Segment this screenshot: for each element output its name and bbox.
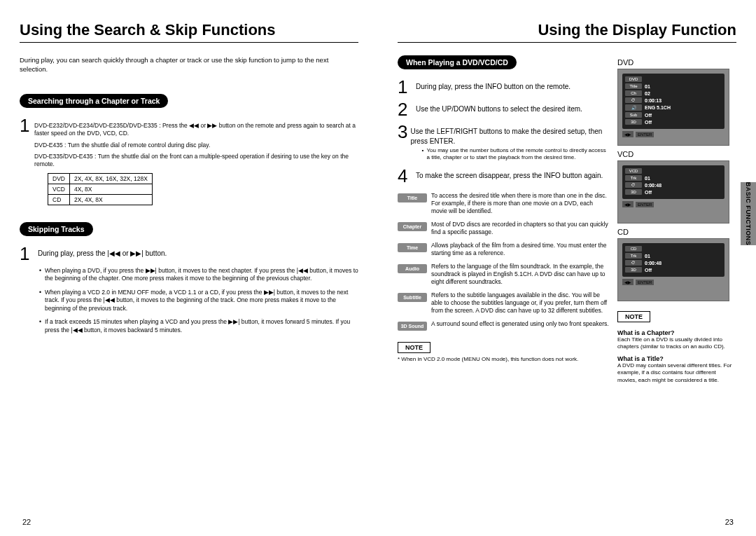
page-number: 23 <box>725 518 734 526</box>
osd-cd: CD Trk01 ⏱0:00:48 3DOff ◀▶ENTER <box>617 238 729 301</box>
disc-label-vcd: VCD <box>617 150 736 158</box>
q-chapter-heading: What is a Chapter? <box>617 329 736 336</box>
subtitle-icon: Subtitle <box>398 293 427 302</box>
time-icon: Time <box>398 243 427 252</box>
step-1-skip: 1 During play, press the |◀◀ or ▶▶| butt… <box>20 245 358 263</box>
audio-icon: Audio <box>398 264 427 273</box>
info-audio: Audio Refers to the language of the film… <box>398 263 610 286</box>
step-1-search: 1 DVD-E232/DVD-E234/DVD-E235D/DVD-E335 :… <box>20 116 358 169</box>
list-item: When playing a VCD 2.0 in MENU OFF mode,… <box>39 289 358 312</box>
sound-icon: 3D Sound <box>398 322 427 331</box>
display-step-1: 1 During play, press the INFO button on … <box>398 78 610 96</box>
info-3dsound: 3D Sound A surround sound effect is gene… <box>398 320 610 331</box>
skip-bullets: When playing a DVD, if you press the ▶▶|… <box>39 267 358 334</box>
manual-spread: Using the Search & Skip Functions During… <box>0 0 756 536</box>
info-time: Time Allows playback of the film from a … <box>398 242 610 257</box>
page-title-left: Using the Search & Skip Functions <box>20 21 358 43</box>
page-23: Using the Display Function When Playing … <box>378 0 756 536</box>
osd-dvd: DVD Title01 Ch02 ⏱0:00:13 🔊ENG 5.1CH Sub… <box>617 69 729 146</box>
title-icon: Title <box>398 193 427 202</box>
list-item: When playing a DVD, if you press the ▶▶|… <box>39 267 358 283</box>
heading-display: When Playing a DVD/VCD/CD <box>398 55 517 69</box>
step-text: DVD-E232/DVD-E234/DVD-E235D/DVD-E335 : P… <box>34 116 358 169</box>
step-text: During play, press the |◀◀ or ▶▶| button… <box>38 245 167 259</box>
info-chapter: Chapter Most of DVD discs are recorded i… <box>398 221 610 236</box>
step-number: 1 <box>20 116 31 135</box>
speed-table: DVD2X, 4X, 8X, 16X, 32X, 128X VCD4X, 8X … <box>48 173 153 205</box>
note-text: * When in VCD 2.0 mode (MENU ON mode), t… <box>398 356 610 363</box>
right-side-col: DVD DVD Title01 Ch02 ⏱0:00:13 🔊ENG 5.1CH… <box>617 55 736 387</box>
note-heading: NOTE <box>398 342 430 353</box>
step-number: 1 <box>20 245 35 263</box>
display-step-2: 2 Use the UP/DOWN buttons to select the … <box>398 100 610 118</box>
q-chapter-text: Each Title on a DVD is usually divided i… <box>617 336 736 351</box>
heading-skip: Skipping Tracks <box>20 222 93 236</box>
page-22: Using the Search & Skip Functions During… <box>0 0 378 536</box>
info-items: Title To access the desired title when t… <box>398 192 610 331</box>
display-step-4: 4 To make the screen disappear, press th… <box>398 167 610 185</box>
intro-text: During play, you can search quickly thro… <box>20 55 358 74</box>
page-title-right: Using the Display Function <box>398 21 736 43</box>
osd-vcd: VCD Trk01 ⏱0:00:48 3DOff ◀▶ENTER <box>617 160 729 224</box>
disc-label-dvd: DVD <box>617 58 736 67</box>
heading-search: Searching through a Chapter or Track <box>20 94 168 108</box>
info-subtitle: Subtitle Refers to the subtitle language… <box>398 291 610 315</box>
side-note-heading: NOTE <box>617 311 650 322</box>
q-title-text: A DVD may contain several different titl… <box>617 362 736 384</box>
display-step-3: 3 Use the LEFT/RIGHT buttons to make the… <box>398 123 610 163</box>
list-item: If a track exceeds 15 minutes when playi… <box>39 318 358 334</box>
q-title-heading: What is a Title? <box>617 355 736 362</box>
right-columns: When Playing a DVD/VCD/CD 1 During play,… <box>398 55 736 387</box>
page-number: 22 <box>22 518 31 526</box>
section-tab: BASIC FUNCTIONS <box>741 182 756 245</box>
disc-label-cd: CD <box>617 228 736 236</box>
chapter-icon: Chapter <box>398 222 427 231</box>
info-title: Title To access the desired title when t… <box>398 192 610 215</box>
right-main-col: When Playing a DVD/VCD/CD 1 During play,… <box>398 55 610 387</box>
